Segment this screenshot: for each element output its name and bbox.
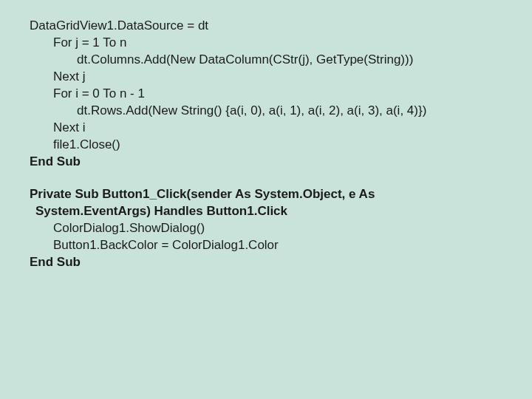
code-slide: DataGridView1.DataSource = dt For j = 1 … xyxy=(0,0,532,279)
blank-line xyxy=(30,170,525,186)
code-end-sub: End Sub xyxy=(30,154,525,171)
code-sub-signature-cont: System.EventArgs) Handles Button1.Click xyxy=(30,203,525,220)
code-line: Button1.BackColor = ColorDialog1.Color xyxy=(30,237,525,254)
code-sub-signature: Private Sub Button1_Click(sender As Syst… xyxy=(30,186,525,203)
code-end-sub: End Sub xyxy=(30,254,525,271)
code-line: ColorDialog1.ShowDialog() xyxy=(30,220,525,237)
code-line: dt.Rows.Add(New String() {a(i, 0), a(i, … xyxy=(30,103,525,120)
code-line: file1.Close() xyxy=(30,137,525,154)
code-line: Next i xyxy=(30,120,525,137)
code-line: dt.Columns.Add(New DataColumn(CStr(j), G… xyxy=(30,52,525,69)
code-line: For i = 0 To n - 1 xyxy=(30,86,525,103)
code-line: DataGridView1.DataSource = dt xyxy=(30,18,525,35)
code-line: For j = 1 To n xyxy=(30,35,525,52)
code-line: Next j xyxy=(30,69,525,86)
